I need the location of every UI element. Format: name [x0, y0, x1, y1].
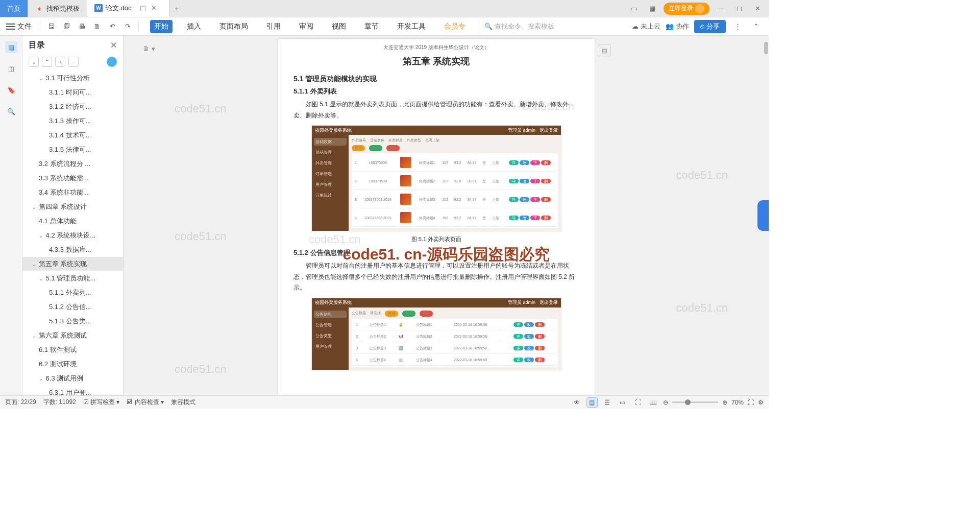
- page-indicator[interactable]: 页面: 22/29: [5, 398, 36, 407]
- split-icon[interactable]: ▢: [140, 4, 146, 12]
- maximize-icon[interactable]: ◻: [732, 3, 746, 15]
- ai-panel-icon[interactable]: ⊟: [598, 44, 611, 57]
- toc-item[interactable]: 3.1.5 法律可...: [22, 143, 123, 157]
- chevron-down-icon[interactable]: ▾: [152, 45, 155, 53]
- toc-item[interactable]: ⌄ 第六章 系统测试: [22, 328, 123, 343]
- toc-list: ⌄ 3.1 可行性分析3.1.1 时间可...3.1.2 经济可...3.1.3…: [22, 71, 123, 395]
- command-search[interactable]: 🔍 查找命令、搜索模板: [479, 20, 559, 33]
- collapse-all-icon[interactable]: ⌄: [29, 57, 39, 67]
- ribbon-tab-review[interactable]: 审阅: [295, 20, 317, 33]
- watermark: code51.cn: [175, 230, 227, 243]
- ribbon-tab-insert[interactable]: 插入: [183, 20, 205, 33]
- paragraph: 如图 5.1 显示的就是外卖列表页面，此页面提供给管理员的功能有：查看外卖、新增…: [293, 99, 579, 121]
- login-button[interactable]: 立即登录: [664, 3, 709, 15]
- outline-view-icon[interactable]: ☰: [602, 397, 613, 408]
- ribbon-tab-view[interactable]: 视图: [328, 20, 350, 33]
- reading-mode-icon[interactable]: 👁: [571, 397, 582, 408]
- toc-item[interactable]: 3.1.3 操作可...: [22, 114, 123, 128]
- search-icon[interactable]: 🔍: [5, 105, 17, 117]
- ribbon-tab-chapter[interactable]: 章节: [360, 20, 383, 33]
- page-quick-tools: 🗎▾: [143, 45, 155, 53]
- fullscreen-icon[interactable]: ⛶: [632, 397, 644, 408]
- tag-icon[interactable]: ◫: [5, 62, 17, 75]
- toc-item[interactable]: 3.1.2 经济可...: [22, 100, 123, 114]
- cloud-sync-button[interactable]: ☁ 未上云: [632, 22, 660, 31]
- toc-item[interactable]: ⌄ 6.3 测试用例: [22, 371, 123, 386]
- watermark: code51.cn: [676, 169, 728, 182]
- toc-item[interactable]: ⌄ 5.1 管理员功能...: [22, 271, 123, 286]
- read-layout-icon[interactable]: 📖: [648, 397, 659, 408]
- toc-item[interactable]: 3.4 系统非功能...: [22, 185, 123, 200]
- share-button[interactable]: ⎋ 分享: [694, 20, 726, 33]
- toc-item[interactable]: ⌄ 第五章 系统实现: [22, 257, 123, 271]
- tab-document[interactable]: W论文.doc ▢✕: [87, 0, 169, 17]
- file-menu[interactable]: 文件: [17, 22, 32, 31]
- toc-item[interactable]: 3.1.4 技术可...: [22, 128, 123, 143]
- hamburger-icon[interactable]: [6, 23, 15, 30]
- print-preview-icon[interactable]: 🗎: [90, 20, 104, 33]
- add-icon[interactable]: +: [55, 57, 65, 67]
- tab-close-icon[interactable]: ✕: [151, 4, 157, 12]
- zoom-out-icon[interactable]: ⊖: [663, 399, 668, 406]
- right-edge-handle[interactable]: [757, 200, 769, 231]
- document-page[interactable]: 大连交通大学 2019 版本科生毕业设计（论文） 第五章 系统实现 5.1 管理…: [278, 39, 595, 395]
- toc-item[interactable]: ⌄ 3.1 可行性分析: [22, 71, 123, 85]
- figure-5-1: 校园外卖服务系统管理员 admin退出登录 基础数据 菜品管理 外卖管理 订单管…: [311, 125, 561, 231]
- toc-item[interactable]: ⌄ 第四章 系统设计: [22, 200, 123, 214]
- expand-all-icon[interactable]: ⌃: [42, 57, 52, 67]
- ribbon-tab-devtools[interactable]: 开发工具: [393, 20, 430, 33]
- settings-icon[interactable]: ⚙: [758, 399, 764, 406]
- layout-icon[interactable]: ▭: [627, 3, 641, 15]
- redo-icon[interactable]: ↷: [121, 20, 134, 33]
- toc-item[interactable]: 6.3.1 用户登...: [22, 386, 123, 395]
- fit-icon[interactable]: ⛶: [748, 399, 754, 406]
- section-5-1: 5.1 管理员功能模块的实现: [293, 75, 579, 84]
- toc-item[interactable]: 5.1.1 外卖列...: [22, 286, 123, 300]
- page-icon[interactable]: 🗎: [143, 45, 150, 53]
- zoom-in-icon[interactable]: ⊕: [722, 399, 727, 406]
- ribbon-tab-layout[interactable]: 页面布局: [215, 20, 252, 33]
- apps-icon[interactable]: ▦: [645, 3, 659, 15]
- print-icon[interactable]: 🖶: [75, 20, 88, 33]
- toc-item[interactable]: 4.1 总体功能: [22, 214, 123, 228]
- ribbon-tabs: 开始 插入 页面布局 引用 审阅 视图 章节 开发工具 会员专: [150, 20, 470, 33]
- web-view-icon[interactable]: ▭: [617, 397, 628, 408]
- toc-item[interactable]: 3.3 系统功能需...: [22, 171, 123, 185]
- zoom-label[interactable]: 70%: [731, 399, 744, 406]
- save-icon[interactable]: 🖫: [44, 20, 58, 33]
- close-icon[interactable]: ✕: [750, 3, 765, 15]
- ribbon-tab-reference[interactable]: 引用: [262, 20, 285, 33]
- collapse-ribbon-icon[interactable]: ⌃: [749, 20, 763, 33]
- user-sync-icon[interactable]: [107, 57, 117, 67]
- content-check-button[interactable]: 🗹 内容检查 ▾: [127, 398, 164, 407]
- tab-home[interactable]: 首页: [0, 0, 28, 17]
- remove-icon[interactable]: −: [68, 57, 79, 67]
- undo-icon[interactable]: ↶: [106, 20, 119, 33]
- bookmark-icon[interactable]: 🔖: [5, 84, 17, 96]
- ribbon-tab-vip[interactable]: 会员专: [440, 20, 470, 33]
- toc-item[interactable]: 3.1.1 时间可...: [22, 85, 123, 100]
- toc-close-icon[interactable]: ✕: [110, 40, 117, 50]
- more-menu-icon[interactable]: ⋮: [731, 20, 744, 33]
- toc-item[interactable]: 4.3.3 数据库...: [22, 243, 123, 257]
- page-view-icon[interactable]: ▤: [586, 397, 598, 408]
- spellcheck-button[interactable]: ☑ 拼写检查 ▾: [83, 398, 120, 407]
- outline-icon[interactable]: ▤: [5, 41, 17, 53]
- toc-item[interactable]: ⌄ 4.2 系统模块设...: [22, 228, 123, 243]
- compat-mode[interactable]: 兼容模式: [171, 398, 195, 407]
- word-count[interactable]: 字数: 11092: [43, 398, 76, 407]
- toc-item[interactable]: 6.2 测试环境: [22, 357, 123, 371]
- toc-panel: 目录✕ ⌄ ⌃ + − ⌄ 3.1 可行性分析3.1.1 时间可...3.1.2…: [22, 36, 124, 395]
- left-sidebar: ▤ ◫ 🔖 🔍: [0, 36, 22, 395]
- toc-item[interactable]: 6.1 软件测试: [22, 343, 123, 357]
- minimize-icon[interactable]: —: [714, 3, 728, 15]
- tab-template[interactable]: ♦找稻壳模板: [28, 0, 87, 17]
- zoom-slider[interactable]: [672, 401, 718, 403]
- new-tab-button[interactable]: ＋: [169, 0, 185, 17]
- ribbon-tab-start[interactable]: 开始: [150, 20, 173, 33]
- collab-button[interactable]: 👥 协作: [666, 22, 689, 31]
- toc-item[interactable]: 5.1.2 公告信...: [22, 300, 123, 314]
- save-as-icon[interactable]: 🗐: [60, 20, 73, 33]
- toc-item[interactable]: 3.2 系统流程分 ...: [22, 157, 123, 171]
- toc-item[interactable]: 5.1.3 公告类...: [22, 314, 123, 328]
